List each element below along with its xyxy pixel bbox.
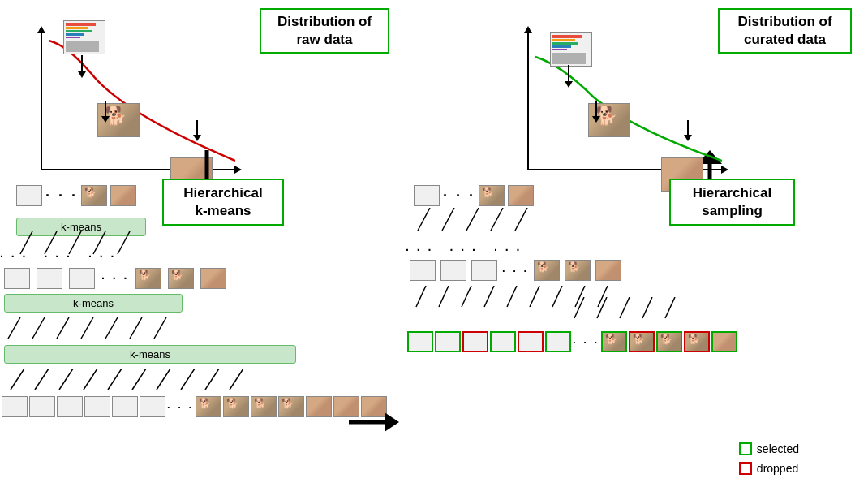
svg-line-28	[11, 369, 24, 390]
right-arrow-svg	[349, 406, 402, 438]
level2-row1: · · ·	[0, 268, 397, 289]
arrow-top-thumb-right	[556, 65, 581, 89]
legend-selected: selected	[739, 442, 799, 455]
svg-line-27	[154, 317, 166, 339]
l2-thumb2	[37, 268, 62, 289]
r-l1-thumb2	[479, 185, 505, 206]
svg-line-58	[665, 297, 675, 318]
main-diagram: Distribution of raw data	[0, 0, 868, 483]
r-l1-thumb1	[414, 185, 440, 206]
bot-l3	[57, 396, 83, 417]
legend-selected-label: selected	[757, 442, 799, 455]
legend-dropped: dropped	[739, 462, 799, 475]
svg-line-36	[205, 369, 219, 390]
r-bot-drop1	[462, 331, 488, 352]
l1-thumb1	[16, 185, 42, 206]
arrow-dog-thumb-left	[89, 101, 122, 126]
r-dots-l2: · · ·	[502, 265, 529, 277]
r-l2-t2	[440, 260, 466, 281]
svg-line-22	[32, 317, 45, 339]
svg-marker-5	[193, 135, 201, 141]
arrow-top-thumb-left	[70, 55, 94, 80]
r-dots-bot: · · ·	[573, 336, 599, 348]
bottom-section: Hierarchical k-means · · · k-means	[0, 179, 868, 483]
r-bot-dog-sel2	[656, 331, 682, 352]
l2-thumb4	[135, 268, 161, 289]
r-level2-section: · · ·	[406, 260, 803, 352]
r-bot-sel1	[407, 331, 433, 352]
left-kmeans-section: Hierarchical k-means · · · k-means	[0, 179, 397, 483]
svg-line-33	[132, 369, 146, 390]
svg-marker-39	[385, 412, 399, 432]
r-l2-t5	[565, 260, 591, 281]
svg-marker-1	[78, 71, 86, 78]
r-l1-thumb3	[508, 185, 534, 206]
r-bot-dog-sel1	[601, 331, 627, 352]
svg-line-25	[105, 317, 118, 339]
l2-thumb6	[200, 268, 226, 289]
big-arrow-right	[349, 406, 402, 438]
r-l2-t1	[410, 260, 436, 281]
legend-dropped-label: dropped	[757, 462, 798, 475]
kmeans-bar-l2b: k-means	[4, 345, 296, 364]
dots-mid1: · · ·	[0, 250, 28, 263]
bot-l1	[2, 396, 28, 417]
svg-line-49	[507, 286, 517, 307]
arrow-hand-thumb-right	[680, 120, 696, 144]
legend-dropped-icon	[739, 462, 752, 475]
r-dots-mid1: · · ·	[406, 244, 433, 257]
svg-line-41	[442, 208, 454, 231]
arrow-dog-thumb-right	[580, 101, 612, 126]
svg-line-50	[530, 286, 539, 307]
level2-kmeans-bars: k-means	[0, 294, 397, 313]
svg-line-54	[574, 297, 584, 318]
dots-l2: · · ·	[101, 272, 129, 285]
r-dots-mid3: · · ·	[494, 244, 522, 257]
l2-thumb3	[69, 268, 95, 289]
r-bot-hand-sel1	[711, 331, 737, 352]
dots-row-middle: · · · · · · · · ·	[0, 250, 397, 263]
bot-l6	[140, 396, 165, 417]
bot-l9	[251, 396, 277, 417]
svg-line-45	[416, 286, 426, 307]
r-l2-t6	[595, 260, 621, 281]
svg-line-42	[466, 208, 479, 231]
svg-line-40	[418, 208, 430, 231]
sampling-label-box: Hierarchical sampling	[669, 179, 795, 226]
r-bot-sel2	[435, 331, 461, 352]
bot-l7	[196, 396, 221, 417]
dots-mid2: · · ·	[44, 250, 71, 263]
r-kmeans-arrows-l1	[414, 208, 544, 232]
right-sampling-section: Hierarchical sampling · · · · · ·	[406, 179, 803, 483]
bot-l8	[223, 396, 249, 417]
r-bot-sel4	[545, 331, 571, 352]
svg-line-26	[130, 317, 142, 339]
bot-l11	[306, 396, 332, 417]
bottom-row-right: · · ·	[407, 331, 803, 352]
r-arrows-dog	[568, 297, 730, 320]
svg-marker-11	[565, 81, 573, 88]
svg-line-48	[484, 286, 494, 307]
bot-l10	[278, 396, 304, 417]
left-graph-axes	[41, 24, 268, 170]
dots-bot-l: · · ·	[167, 401, 194, 413]
svg-marker-15	[684, 135, 692, 141]
svg-line-55	[597, 297, 607, 318]
dots-l1: · · ·	[45, 188, 78, 205]
level2-section: · · · k-means	[0, 268, 397, 417]
r-level2-row1: · · ·	[406, 260, 803, 281]
legend-selected-icon	[739, 442, 752, 455]
svg-line-24	[81, 317, 93, 339]
arrow-hand-thumb-left	[189, 120, 205, 144]
legend: selected dropped	[739, 442, 799, 475]
svg-marker-13	[592, 116, 600, 123]
r-bot-drop2	[518, 331, 544, 352]
svg-line-57	[642, 297, 652, 318]
dots-mid3: · · ·	[88, 250, 116, 263]
r-l2-t3	[471, 260, 497, 281]
l2-thumb1	[4, 268, 30, 289]
thumb-bars-right-top	[550, 32, 592, 67]
bottom-row-left: · · ·	[2, 396, 397, 417]
thumb-bars-left-top	[63, 20, 105, 54]
r-bot-sel3	[490, 331, 516, 352]
